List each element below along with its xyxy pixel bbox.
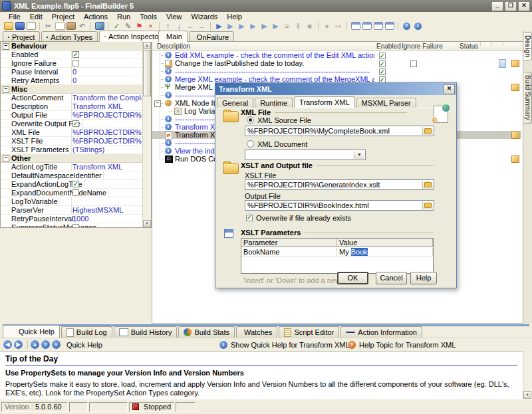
- xml-document-combo[interactable]: ▼: [245, 150, 366, 160]
- property-value[interactable]: %FBPROJECTDIR%\MyCompleteBook.xml: [72, 128, 142, 136]
- tab-action-information[interactable]: Action Information: [340, 326, 422, 338]
- inspector-row[interactable]: Retry Attempts0: [1, 76, 143, 85]
- browse-folder-icon[interactable]: [422, 181, 433, 189]
- property-value[interactable]: HighestMSXML: [72, 206, 142, 214]
- tab-design[interactable]: Design: [524, 32, 532, 60]
- property-checkbox[interactable]: [72, 181, 79, 187]
- inspector-row[interactable]: Output File%FBPROJECTDIR%\BookIndex.html: [1, 111, 143, 120]
- scroll-down-icon[interactable]: ▼: [143, 220, 151, 227]
- ignore-failure-checkbox[interactable]: [410, 60, 417, 67]
- parameters-table[interactable]: Parameter Value BookName My Book: [241, 238, 434, 274]
- tab-action-types[interactable]: Action Types: [41, 31, 98, 42]
- comment-icon[interactable]: [511, 60, 519, 67]
- helpbook-button[interactable]: ?: [41, 340, 50, 349]
- toolbar-check-icon[interactable]: ✓: [111, 21, 122, 31]
- xml-source-file-label[interactable]: XML Source File: [257, 116, 311, 124]
- toolbar-copy-icon[interactable]: [54, 21, 65, 31]
- action-row[interactable]: i---------------------------------------…: [152, 67, 521, 75]
- enabled-checkbox[interactable]: [379, 60, 386, 67]
- toolbar-undo-icon[interactable]: ↶: [76, 21, 88, 31]
- property-value[interactable]: 1000: [72, 215, 142, 223]
- tab-build-summary[interactable]: Build Summary: [524, 72, 532, 124]
- toolbar-paste-icon[interactable]: [65, 21, 76, 31]
- property-checkbox[interactable]: [72, 60, 79, 66]
- property-value[interactable]: [72, 120, 142, 128]
- property-value[interactable]: %FBPROJECTDIR%\GenerateIndex.xslt: [72, 137, 142, 145]
- inspector-group-behaviour[interactable]: −Behaviour: [1, 42, 143, 51]
- property-value[interactable]: [72, 223, 142, 227]
- dialog-tab-general[interactable]: General: [217, 98, 253, 108]
- property-value[interactable]: [72, 51, 142, 58]
- inspector-row[interactable]: DescriptionTransform XML: [1, 102, 143, 111]
- xml-document-label[interactable]: XML Document: [257, 140, 307, 148]
- tab-build-log[interactable]: Build Log: [61, 326, 112, 338]
- inspector-row[interactable]: Pause Interval0: [1, 68, 143, 76]
- xslt-file-field[interactable]: %FBPROJECTDIR%\GenerateIndex.xslt: [245, 179, 434, 190]
- collapse-icon[interactable]: −: [154, 100, 161, 107]
- inspector-row[interactable]: ExpandActionLogTitle: [1, 180, 143, 189]
- menu-view[interactable]: View: [162, 13, 187, 21]
- property-checkbox[interactable]: [72, 224, 79, 227]
- inspector-row[interactable]: Ignore Failure: [1, 59, 143, 68]
- restore-button[interactable]: ❐: [505, 1, 517, 11]
- dialog-tab-msxml-parser[interactable]: MSXML Parser: [356, 98, 416, 108]
- show-quick-help-label[interactable]: Show Quick Help for Transform XML: [231, 341, 350, 349]
- tab-watches[interactable]: Watches: [236, 326, 277, 338]
- toolbar-win-1-icon[interactable]: [350, 21, 361, 31]
- xml-document-radio[interactable]: [247, 140, 254, 148]
- inspector-row[interactable]: LogToVariable: [1, 197, 143, 206]
- ok-button[interactable]: OK: [337, 272, 368, 284]
- menu-project[interactable]: Project: [47, 13, 79, 21]
- toolbar-down-icon[interactable]: ↓: [174, 21, 185, 31]
- property-value[interactable]: (TStrings): [72, 146, 142, 154]
- col-ignore-failure[interactable]: Ignore Failure: [402, 42, 443, 51]
- tab-build-history[interactable]: Build History: [114, 326, 178, 338]
- col-enabled[interactable]: Enabled: [376, 42, 401, 51]
- dialog-tab-transform-xml[interactable]: Transform XML: [294, 96, 354, 108]
- toolbar-delete-icon[interactable]: ×: [145, 21, 156, 31]
- toolbar-help-icon[interactable]: ?: [401, 21, 412, 31]
- tab-action-inspector[interactable]: Action Inspector: [99, 31, 166, 42]
- param-column-header[interactable]: Parameter: [241, 239, 337, 247]
- value-column-header[interactable]: Value: [337, 239, 433, 247]
- property-value[interactable]: [72, 180, 142, 188]
- tab-onfailure[interactable]: OnFailure: [189, 31, 234, 42]
- toolbar-edit-icon[interactable]: ✎: [122, 21, 134, 31]
- menu-actions[interactable]: Actions: [79, 13, 112, 21]
- menu-wizards[interactable]: Wizards: [187, 13, 223, 21]
- property-value[interactable]: Transform the CompleteBook.xml file: [72, 94, 142, 102]
- toolbar-save-icon[interactable]: [14, 21, 25, 31]
- browse-folder-icon[interactable]: [422, 201, 433, 209]
- dialog-tab-runtime[interactable]: Runtime: [255, 98, 293, 108]
- property-value[interactable]: Transform XML: [72, 163, 142, 171]
- scrollbar-thumb[interactable]: [143, 50, 151, 96]
- inspector-row[interactable]: XSLT Parameters(TStrings): [1, 146, 143, 154]
- help-topic[interactable]: ? Help Topic for Transform XML: [348, 341, 456, 349]
- inspector-group-other[interactable]: −Other: [1, 154, 143, 163]
- toolbar-win-4-icon[interactable]: [384, 21, 395, 31]
- toolbar-info-icon[interactable]: i: [412, 21, 424, 31]
- value-cell[interactable]: My Book: [337, 248, 433, 257]
- inspector-group-misc[interactable]: −Misc: [1, 85, 143, 94]
- menu-help[interactable]: Help: [222, 13, 247, 21]
- comment-icon[interactable]: [511, 84, 519, 91]
- toolbar-new-icon[interactable]: [25, 21, 37, 31]
- help-topic-label[interactable]: Help Topic for Transform XML: [359, 341, 456, 349]
- menu-edit[interactable]: Edit: [25, 13, 47, 21]
- chevron-down-icon[interactable]: ▼: [354, 151, 364, 159]
- toolbar-up-icon[interactable]: ↑: [162, 21, 174, 31]
- inspector-row[interactable]: ActionCommentTransform the CompleteBook.…: [1, 94, 143, 102]
- toolbar-flag-icon[interactable]: ⚑: [134, 21, 145, 31]
- inspector-row[interactable]: ActionLogTitleTransform XML: [1, 163, 143, 171]
- minimize-button[interactable]: _: [491, 1, 503, 11]
- toolbar-stop-small-icon[interactable]: ■: [304, 21, 315, 31]
- dialog-close-icon[interactable]: ✕: [444, 84, 455, 94]
- menu-tools[interactable]: Tools: [135, 13, 162, 21]
- property-value[interactable]: Transform XML: [72, 102, 142, 110]
- tab-quick-help[interactable]: Quick Help: [3, 325, 60, 338]
- enabled-checkbox[interactable]: [379, 52, 386, 59]
- close-button[interactable]: ✕: [518, 1, 530, 11]
- output-file-field[interactable]: %FBPROJECTDIR%\BookIndex.html: [245, 200, 434, 211]
- menu-file[interactable]: File: [4, 13, 25, 21]
- toolbar-open-icon[interactable]: [3, 21, 14, 31]
